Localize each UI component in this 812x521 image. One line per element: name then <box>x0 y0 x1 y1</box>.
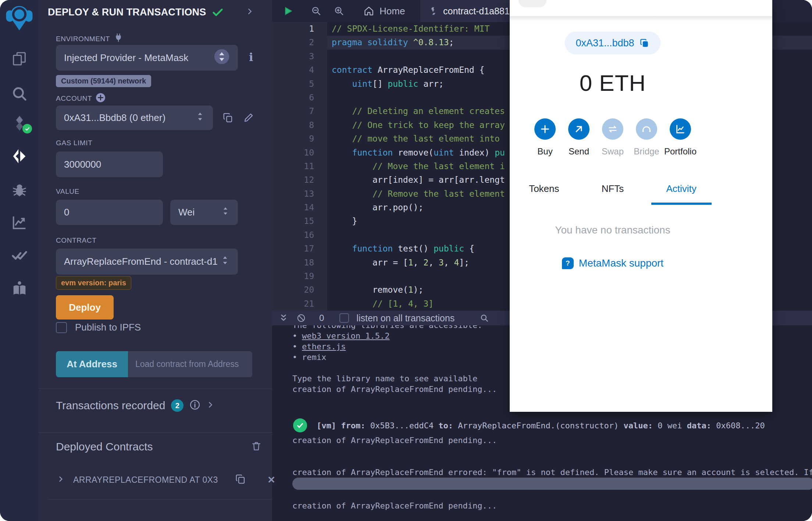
plus-icon <box>534 118 556 140</box>
load-contract-address-input[interactable] <box>128 351 252 377</box>
at-address-button[interactable]: At Address <box>56 351 128 377</box>
compiled-check-badge <box>22 124 32 133</box>
remix-logo[interactable] <box>6 2 33 26</box>
line-number: 18 <box>272 256 327 270</box>
value-input[interactable] <box>56 200 163 225</box>
line-number: 19 <box>272 270 327 283</box>
unit-testing-icon[interactable] <box>0 245 39 267</box>
environment-select[interactable]: Injected Provider - MetaMask <box>56 45 238 71</box>
metamask-header-divider <box>510 16 772 21</box>
transactions-count-badge: 2 <box>171 399 184 412</box>
listen-transactions-label: listen on all transactions <box>356 313 455 324</box>
account-label: ACCOUNT <box>56 93 106 104</box>
clear-deployed-trash-icon[interactable] <box>251 440 262 453</box>
terminal-search-icon[interactable] <box>480 313 489 323</box>
plug-icon[interactable] <box>114 33 123 44</box>
line-number: 12 <box>272 173 327 187</box>
account-address-pill[interactable]: 0xA31...bdb8 <box>565 32 660 54</box>
deploy-run-icon[interactable] <box>0 145 39 167</box>
deployed-contract-label: ARRAYREPLACEFROMEND AT 0X3 <box>73 475 218 485</box>
tab-tokens[interactable]: Tokens <box>510 183 578 203</box>
panel-collapse-chevron-icon[interactable] <box>246 7 254 17</box>
line-number: 21 <box>272 297 327 311</box>
panel-title: DEPLOY & RUN TRANSACTIONS <box>48 7 206 18</box>
transactions-recorded-label: Transactions recorded <box>56 399 165 412</box>
line-number: 17 <box>272 242 327 256</box>
terminal-line: creation of ArrayReplaceFromEnd pending.… <box>272 435 812 446</box>
tab-home[interactable]: Home <box>363 6 405 17</box>
tab-home-label: Home <box>380 6 405 17</box>
terminal-line <box>272 446 812 456</box>
publish-ipfs-checkbox[interactable] <box>56 322 67 333</box>
metamask-popup: 0xA31...bdb8 0 ETH BuySendSwapBridgePort… <box>510 0 772 412</box>
deploy-button[interactable]: Deploy <box>56 295 114 320</box>
edit-account-icon[interactable] <box>243 112 254 125</box>
transactions-expand-chevron-icon[interactable] <box>206 401 214 410</box>
zoom-in-icon[interactable] <box>334 6 344 16</box>
tab-activity[interactable]: Activity <box>647 183 716 203</box>
terminal-line: creation of ArrayReplaceFromEnd pending.… <box>272 500 812 511</box>
terminal-pending-count: 0 <box>319 313 324 323</box>
bridge-button: Bridge <box>630 118 663 157</box>
copy-deployed-address-icon[interactable] <box>235 474 246 486</box>
deployed-contracts-title: Deployed Contracts <box>56 440 153 453</box>
line-number: 11 <box>272 160 327 173</box>
metamask-support-link[interactable]: ? MetaMask support <box>510 257 716 269</box>
deploy-run-panel: DEPLOY & RUN TRANSACTIONS ENVIRONMENT In… <box>39 0 272 521</box>
line-number: 14 <box>272 201 327 214</box>
account-select[interactable]: 0xA31...Bbdb8 (0 ether) <box>56 106 213 130</box>
copy-account-icon[interactable] <box>222 112 234 125</box>
listen-transactions-checkbox[interactable] <box>339 313 349 323</box>
line-number: 8 <box>272 118 327 132</box>
portfolio-button[interactable]: Portfolio <box>663 118 697 157</box>
eth-balance: 0 ETH <box>510 70 716 96</box>
evm-version-badge: evm version: paris <box>56 276 131 290</box>
value-unit-select[interactable]: Wei <box>170 200 238 225</box>
line-number: 13 <box>272 187 327 201</box>
swap-button: Swap <box>596 118 630 157</box>
zoom-out-icon[interactable] <box>311 6 321 16</box>
terminal-expand-chevrons-icon[interactable] <box>279 313 288 323</box>
deployed-expand-chevron-icon[interactable] <box>57 475 64 484</box>
file-explorer-icon[interactable] <box>0 48 39 70</box>
run-script-play-icon[interactable] <box>283 6 293 16</box>
buy-button[interactable]: Buy <box>528 118 562 157</box>
copy-address-icon[interactable] <box>640 38 650 48</box>
title-check-icon <box>211 6 224 18</box>
transactions-info-icon[interactable] <box>189 399 200 412</box>
gas-limit-input[interactable] <box>56 151 163 177</box>
add-account-icon[interactable] <box>96 93 106 104</box>
contract-select-arrows-icon <box>220 255 230 268</box>
metamask-header-pill[interactable] <box>519 0 546 7</box>
arrow-up-right-icon <box>568 118 590 140</box>
line-number: 16 <box>272 228 327 242</box>
tx-success-check-icon <box>293 418 307 432</box>
line-number: 5 <box>272 77 327 91</box>
line-number: 6 <box>272 91 327 104</box>
transaction-log-row[interactable]: [vm] from: 0x5B3...eddC4 to: ArrayReplac… <box>272 416 812 435</box>
remove-deployed-icon[interactable]: ✕ <box>267 474 275 486</box>
terminal-line <box>272 456 812 467</box>
search-icon[interactable] <box>0 83 39 105</box>
terminal-scrollbar[interactable] <box>292 478 812 490</box>
environment-info-icon[interactable]: i <box>249 51 253 64</box>
line-number: 3 <box>272 50 327 63</box>
account-select-arrows-icon <box>195 111 205 125</box>
debugger-icon[interactable] <box>0 179 39 201</box>
solidity-compiler-icon[interactable] <box>0 112 39 134</box>
remix-ide-window: DEPLOY & RUN TRANSACTIONS ENVIRONMENT In… <box>0 0 812 521</box>
plugin-icon-sidebar <box>0 0 39 521</box>
statistics-icon[interactable] <box>0 211 39 233</box>
publish-ipfs-label: Publish to IPFS <box>75 322 141 333</box>
no-transactions-text: You have no transactions <box>510 224 716 236</box>
learneth-icon[interactable] <box>0 278 39 300</box>
solidity-file-icon <box>428 6 438 16</box>
contract-select[interactable]: ArrayReplaceFromEnd - contract-d1a8 <box>56 249 238 275</box>
clear-terminal-icon[interactable] <box>296 313 306 323</box>
tab-contract-file-label: contract-d1a881 <box>443 6 510 17</box>
deployed-contract-row[interactable]: ARRAYREPLACEFROMEND AT 0X3 ✕ <box>57 474 263 486</box>
unit-select-arrows-icon <box>221 206 230 219</box>
send-button[interactable]: Send <box>562 118 596 157</box>
terminal-line <box>272 490 812 500</box>
tab-nfts[interactable]: NFTs <box>578 183 647 203</box>
